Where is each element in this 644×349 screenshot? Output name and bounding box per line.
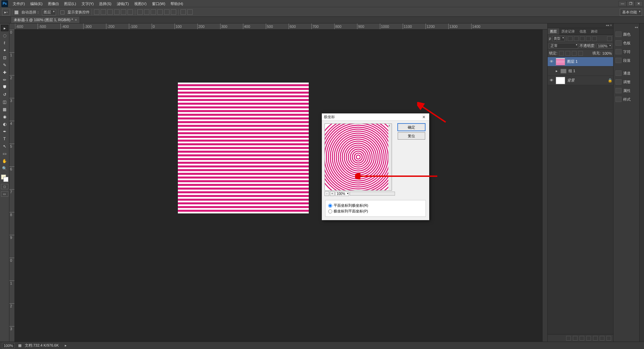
lock-transparent-icon[interactable]: [559, 51, 564, 56]
background-color[interactable]: [3, 177, 8, 182]
zoom-out-icon[interactable]: -: [325, 191, 329, 196]
preview-vscroll[interactable]: [388, 124, 392, 190]
type-tool-icon[interactable]: T: [1, 136, 8, 142]
menu-layer[interactable]: 图层(L): [61, 0, 79, 7]
opacity-value[interactable]: 100%: [597, 44, 612, 48]
canvas-vertical-scrollbar[interactable]: [543, 30, 547, 342]
distribute-icon[interactable]: [171, 9, 176, 15]
filter-adjust-icon[interactable]: [574, 36, 579, 41]
distribute-icon[interactable]: [157, 9, 163, 15]
brush-tool-icon[interactable]: ✏: [1, 77, 8, 83]
status-zoom[interactable]: 100%: [2, 343, 15, 348]
stamp-tool-icon[interactable]: ⛊: [1, 84, 8, 90]
collapse-icon[interactable]: ◂◂ ≡: [606, 23, 612, 28]
layer-name[interactable]: 背景: [567, 78, 575, 83]
quickmask-icon[interactable]: ◻: [1, 184, 8, 189]
close-button[interactable]: ✕: [635, 1, 643, 6]
blend-mode-combo[interactable]: 正常: [549, 43, 578, 49]
align-icon[interactable]: [107, 9, 113, 15]
lock-position-icon[interactable]: [572, 51, 577, 56]
path-tool-icon[interactable]: ↖: [1, 143, 8, 149]
group-icon[interactable]: [593, 336, 598, 341]
preview-zoom-value[interactable]: 100%: [335, 192, 349, 196]
dodge-tool-icon[interactable]: ◐: [1, 121, 8, 127]
trash-icon[interactable]: [606, 336, 611, 341]
link-icon[interactable]: [566, 336, 571, 341]
filter-type-icon[interactable]: [580, 36, 585, 41]
panel-shortcut-channels[interactable]: 通道: [613, 70, 639, 77]
zoom-in-icon[interactable]: +: [330, 191, 335, 196]
align-icon[interactable]: [114, 9, 119, 15]
eyedropper-tool-icon[interactable]: ✎: [1, 62, 8, 68]
blur-tool-icon[interactable]: ◉: [1, 113, 8, 120]
document-tab-close-icon[interactable]: ×: [75, 18, 77, 22]
filter-toggle-icon[interactable]: [607, 36, 612, 41]
distribute-icon[interactable]: [151, 9, 156, 15]
strip-collapse-icon[interactable]: ◂◂: [635, 26, 639, 29]
visibility-eye-icon[interactable]: [549, 69, 554, 73]
radio-rect-to-polar[interactable]: 平面坐标到极坐标(R): [328, 203, 423, 208]
folder-disclosure-icon[interactable]: ▸: [556, 69, 558, 73]
panel-shortcut-adjustments[interactable]: 调整: [613, 79, 639, 85]
crop-tool-icon[interactable]: ⊡: [1, 54, 8, 61]
dialog-titlebar[interactable]: 极坐标 ✕: [322, 113, 429, 121]
align-icon[interactable]: [101, 9, 106, 15]
layer-row[interactable]: 👁 图层 1: [548, 57, 613, 66]
panel-shortcut-swatches[interactable]: 色板: [613, 40, 639, 46]
color-swatches[interactable]: [1, 174, 8, 182]
tab-layers[interactable]: 图层: [548, 28, 559, 35]
layer-thumbnail[interactable]: [556, 77, 565, 84]
menu-edit[interactable]: 编辑(E): [28, 0, 45, 7]
ruler-vertical[interactable]: 012345678901234: [9, 30, 15, 342]
menu-file[interactable]: 文件(F): [10, 0, 28, 7]
menu-type[interactable]: 文字(Y): [79, 0, 97, 7]
pen-tool-icon[interactable]: ✒: [1, 128, 8, 135]
filter-kind[interactable]: 类型: [552, 36, 565, 41]
lasso-tool-icon[interactable]: ℓ: [1, 40, 8, 46]
wand-tool-icon[interactable]: ✦: [1, 47, 8, 53]
mask-icon[interactable]: [580, 336, 584, 341]
menu-select[interactable]: 选择(S): [96, 0, 114, 7]
menu-window[interactable]: 窗口(W): [149, 0, 168, 7]
filter-smart-icon[interactable]: [592, 36, 597, 41]
auto-select-checkbox[interactable]: [14, 10, 19, 14]
screenmode-icon[interactable]: ▭: [1, 191, 8, 197]
document-canvas[interactable]: [178, 83, 309, 213]
panel-shortcut-color[interactable]: 颜色: [613, 31, 639, 38]
document-tab[interactable]: 未标题-1 @ 100% (图层 1, RGB/8) * ×: [11, 16, 80, 23]
distribute-icon[interactable]: [164, 9, 169, 15]
heal-tool-icon[interactable]: ✚: [1, 69, 8, 76]
3d-icon[interactable]: [181, 9, 186, 15]
fx-icon[interactable]: [573, 336, 578, 341]
layer-name[interactable]: 组 1: [568, 68, 575, 73]
eraser-tool-icon[interactable]: ◫: [1, 99, 8, 105]
auto-select-combo[interactable]: 图层: [42, 9, 56, 15]
ruler-horizontal[interactable]: -600-500-400-300-200-1000100200300400500…: [15, 23, 547, 30]
layer-thumbnail[interactable]: [556, 58, 565, 65]
3d-icon[interactable]: [187, 9, 193, 15]
status-docinfo[interactable]: 文档:732.4 K/976.6K: [25, 343, 59, 348]
distribute-icon[interactable]: [137, 9, 143, 15]
menu-view[interactable]: 视图(V): [132, 0, 149, 7]
panel-shortcut-styles[interactable]: 样式: [613, 96, 639, 103]
distribute-icon[interactable]: [144, 9, 149, 15]
hand-tool-icon[interactable]: ✋: [1, 158, 8, 164]
align-icon[interactable]: [121, 9, 126, 15]
ok-button[interactable]: 确定: [398, 123, 425, 131]
menu-image[interactable]: 图像(I): [45, 0, 61, 7]
maximize-button[interactable]: ❐: [627, 1, 635, 6]
visibility-eye-icon[interactable]: 👁: [549, 59, 554, 64]
align-icon[interactable]: [94, 9, 99, 15]
layer-row[interactable]: 👁 背景 🔒: [548, 76, 613, 85]
history-brush-tool-icon[interactable]: ↺: [1, 91, 8, 98]
radio-input[interactable]: [328, 209, 332, 213]
radio-input[interactable]: [328, 204, 332, 208]
right-edge-bar[interactable]: [639, 23, 644, 342]
panel-collapse-row[interactable]: ◂◂ ≡: [548, 23, 613, 28]
tab-info[interactable]: 信息: [577, 28, 589, 35]
workspace-switcher[interactable]: 基本功能: [620, 9, 642, 16]
show-transform-checkbox[interactable]: [60, 10, 65, 14]
status-flyout-icon[interactable]: ▸: [65, 343, 67, 348]
lock-pixels-icon[interactable]: [565, 51, 570, 56]
adjust-layer-icon[interactable]: [586, 336, 591, 341]
